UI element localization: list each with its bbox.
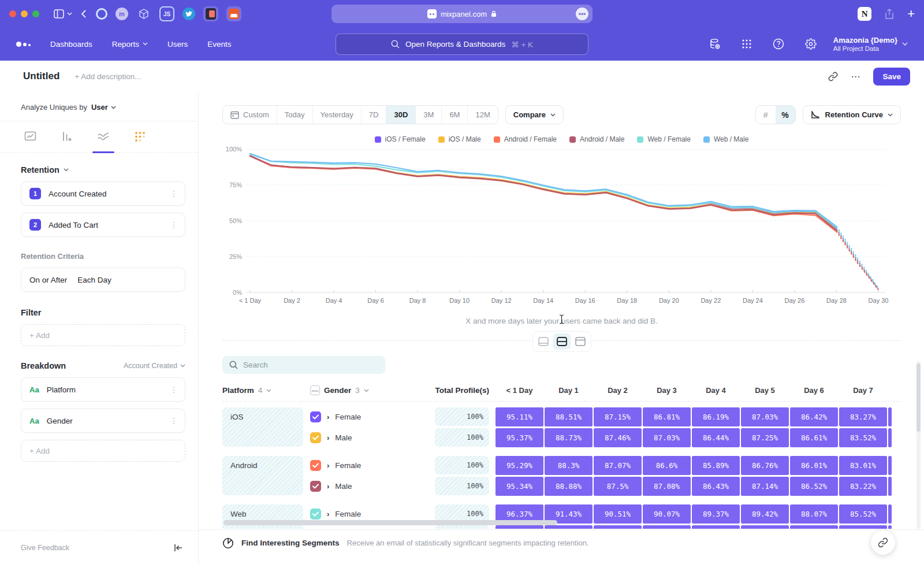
retention-value-cell[interactable]: 87.15% — [594, 407, 642, 426]
retention-value-cell[interactable]: 87.46% — [594, 428, 642, 447]
retention-value-cell[interactable]: 87.5% — [594, 477, 642, 496]
breakdown-gender[interactable]: Aa Gender ⋮ — [21, 409, 185, 433]
day-column-header[interactable]: Day 7 — [839, 386, 888, 395]
address-bar[interactable]: mixpanel.com ••• — [331, 5, 593, 23]
day-column-header[interactable]: Day 4 — [691, 386, 740, 395]
more-options-button[interactable]: ⋯ — [851, 71, 860, 82]
plot-area[interactable] — [247, 149, 885, 292]
mixpanel-logo-icon[interactable] — [16, 42, 31, 47]
zoom-window-button[interactable] — [32, 10, 39, 17]
layout-split-button[interactable] — [553, 333, 571, 350]
retention-value-cell[interactable]: 95.11% — [495, 407, 543, 426]
range-today[interactable]: Today — [277, 106, 313, 124]
retention-value-cell[interactable]: 87.14% — [741, 477, 789, 496]
retention-value-cell[interactable]: 86.01% — [790, 456, 838, 475]
legend-item[interactable]: Web / Female — [637, 135, 690, 143]
range-3m[interactable]: 3M — [416, 106, 442, 124]
retention-value-cell[interactable]: 90.51% — [594, 504, 642, 524]
gender-cell[interactable]: ›Female — [310, 455, 435, 476]
retention-criteria-card[interactable]: On or After Each Day — [21, 268, 185, 292]
retention-value-cell[interactable]: 89.42% — [741, 504, 789, 524]
retention-section-header[interactable]: Retention — [21, 165, 185, 175]
chart-type-dropdown[interactable]: Retention Curve — [803, 105, 901, 124]
collapse-sidebar-icon[interactable] — [174, 544, 183, 552]
series-checkbox[interactable] — [310, 481, 321, 492]
day-column-header[interactable]: Day 3 — [642, 386, 691, 395]
range-custom[interactable]: Custom — [223, 106, 277, 124]
apps-grid-icon[interactable] — [742, 39, 752, 49]
retention-value-cell[interactable]: 95.37% — [495, 428, 543, 447]
chevron-down-icon[interactable] — [67, 12, 72, 16]
data-management-icon[interactable] — [709, 38, 721, 50]
find-segments-title[interactable]: Find Interesting Segments — [241, 539, 340, 547]
global-search-button[interactable]: Open Reports & Dashboards ⌘ + K — [336, 34, 588, 55]
total-profiles-header[interactable]: Total Profile(s) — [435, 386, 495, 395]
range-12m[interactable]: 12M — [468, 106, 497, 124]
layout-table-only-button[interactable] — [572, 333, 589, 350]
back-icon[interactable] — [81, 10, 86, 18]
nav-link-events[interactable]: Events — [207, 40, 231, 49]
copy-link-icon[interactable] — [828, 72, 838, 81]
retention-value-cell[interactable]: 83.22% — [839, 477, 887, 496]
retention-value-cell[interactable]: 88.24% — [790, 525, 838, 529]
day-column-header[interactable]: Day 2 — [593, 386, 642, 395]
retention-value-cell[interactable]: 86.52% — [790, 477, 838, 496]
legend-item[interactable]: Web / Male — [703, 135, 748, 143]
retention-value-cell[interactable]: 96.84% — [495, 525, 543, 529]
platform-cell[interactable]: iOS — [222, 407, 303, 447]
retention-value-cell[interactable]: 88.88% — [545, 477, 593, 496]
account-switcher[interactable]: Amazonia {Demo} All Project Data — [833, 36, 908, 52]
day-column-header[interactable]: < 1 Day — [495, 386, 544, 395]
day-column-header[interactable]: Day 1 — [544, 386, 593, 395]
retention-value-cell[interactable]: 87.03% — [741, 407, 789, 426]
select-all-checkbox[interactable]: — — [310, 385, 320, 395]
expand-row-icon[interactable]: › — [327, 510, 329, 518]
range-30d[interactable]: 30D — [386, 106, 416, 124]
pinned-tab-cube-icon[interactable] — [136, 6, 151, 21]
minimize-window-button[interactable] — [21, 10, 28, 17]
legend-item[interactable]: Android / Male — [569, 135, 624, 143]
retention-value-cell[interactable]: 87.03% — [643, 428, 691, 447]
retention-value-cell[interactable]: 95.34% — [495, 477, 543, 496]
nav-link-dashboards[interactable]: Dashboards — [50, 40, 92, 49]
settings-gear-icon[interactable] — [805, 38, 817, 50]
layout-chart-only-button[interactable] — [535, 333, 552, 350]
retention-value-cell[interactable]: 89.46% — [741, 525, 789, 529]
pinned-tab-m-icon[interactable]: m — [116, 8, 128, 20]
retention-value-cell[interactable]: 95.29% — [495, 456, 543, 475]
retention-value-cell[interactable]: 87.08% — [643, 477, 691, 496]
retention-value-cell[interactable]: 87.25% — [741, 428, 789, 447]
pinned-tab-bird-icon[interactable] — [182, 8, 195, 20]
retention-value-cell[interactable]: 91.41% — [545, 525, 593, 529]
tab-retention-icon[interactable] — [134, 131, 146, 145]
retention-value-cell[interactable]: 90.54% — [594, 525, 642, 529]
pinned-tab-soundcloud-icon[interactable] — [226, 6, 241, 21]
retention-value-cell[interactable]: 86.76% — [741, 456, 789, 475]
retention-value-cell[interactable]: 89.37% — [692, 504, 740, 524]
notion-extension-icon[interactable]: N — [858, 7, 871, 21]
horizontal-scrollbar[interactable] — [223, 520, 557, 525]
retention-value-cell[interactable]: 86.81% — [643, 407, 691, 426]
tab-flows-icon[interactable] — [97, 131, 110, 145]
legend-item[interactable]: iOS / Male — [438, 135, 481, 143]
retention-value-cell[interactable]: 85.67% — [839, 525, 887, 529]
tab-funnels-icon[interactable] — [61, 131, 73, 145]
retention-value-cell[interactable]: 86.61% — [790, 428, 838, 447]
pinned-tab-js-icon[interactable]: JS — [159, 6, 174, 21]
window-controls[interactable] — [9, 10, 39, 17]
breakdown-platform[interactable]: Aa Platform ⋮ — [21, 377, 185, 402]
retention-value-cell[interactable]: 88.3% — [545, 456, 593, 475]
add-description-button[interactable]: + Add description... — [74, 72, 141, 81]
retention-value-cell[interactable]: 88.73% — [545, 428, 593, 447]
retention-value-cell[interactable]: 89.43% — [692, 525, 740, 529]
retention-value-cell[interactable]: 83.52% — [839, 428, 887, 447]
analyze-entity-dropdown[interactable]: User — [91, 103, 116, 112]
gender-cell[interactable]: ›Female — [310, 406, 435, 427]
site-options-icon[interactable]: ••• — [576, 8, 588, 20]
save-button[interactable]: Save — [873, 68, 910, 86]
expand-row-icon[interactable]: › — [327, 413, 329, 421]
breakdown-event-dropdown[interactable]: Account Created — [124, 362, 185, 370]
table-search-input[interactable]: Search — [222, 356, 385, 374]
pinned-tab-camera-icon[interactable] — [203, 6, 218, 21]
report-title[interactable]: Untitled — [23, 70, 59, 82]
